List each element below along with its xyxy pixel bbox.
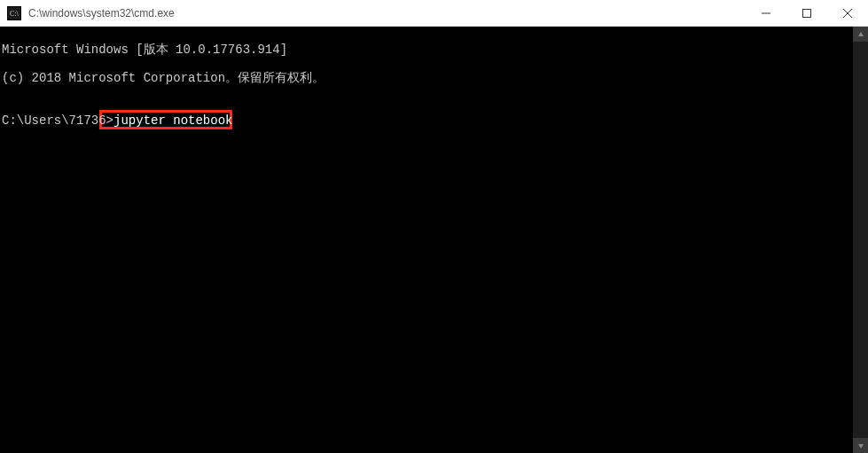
minimize-button[interactable]: [746, 0, 786, 26]
svg-text:C:\: C:\: [10, 10, 20, 18]
output-line: (c) 2018 Microsoft Corporation。保留所有权利。: [2, 71, 853, 85]
maximize-button[interactable]: [786, 0, 827, 26]
svg-marker-8: [858, 444, 864, 449]
cmd-window: C:\ C:\windows\system32\cmd.exe Microsof…: [0, 0, 868, 453]
vertical-scrollbar[interactable]: [853, 27, 868, 453]
scroll-track[interactable]: [853, 42, 868, 438]
prompt-line: C:\Users\71736>jupyter notebook: [2, 113, 853, 128]
prompt: C:\Users\71736>: [2, 113, 113, 128]
titlebar[interactable]: C:\ C:\windows\system32\cmd.exe: [0, 0, 868, 27]
window-title: C:\windows\system32\cmd.exe: [27, 7, 746, 20]
window-controls: [746, 0, 868, 26]
scroll-down-button[interactable]: [853, 438, 868, 453]
terminal-container: Microsoft Windows [版本 10.0.17763.914] (c…: [0, 27, 868, 453]
close-button[interactable]: [827, 0, 868, 26]
scroll-up-button[interactable]: [853, 27, 868, 42]
output-line: Microsoft Windows [版本 10.0.17763.914]: [2, 43, 853, 57]
terminal[interactable]: Microsoft Windows [版本 10.0.17763.914] (c…: [0, 27, 853, 453]
svg-rect-4: [803, 9, 811, 17]
typed-command: jupyter notebook: [113, 113, 232, 128]
cmd-icon: C:\: [7, 6, 21, 20]
svg-marker-7: [858, 32, 864, 36]
